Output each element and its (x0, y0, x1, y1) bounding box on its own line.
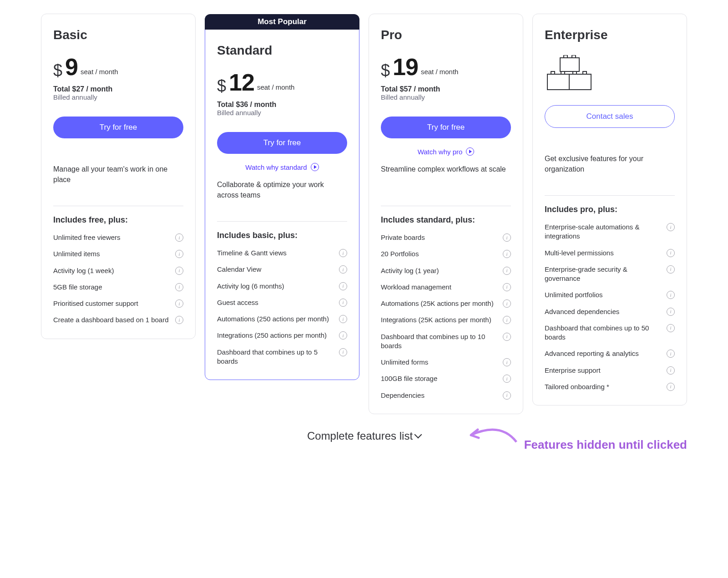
feature-label: Integrations (25K actions per month) (381, 315, 491, 324)
feature-item: Activity log (1 year)i (381, 266, 511, 275)
info-icon[interactable]: i (503, 283, 511, 291)
info-icon[interactable]: i (667, 383, 675, 391)
info-icon[interactable]: i (503, 391, 511, 400)
feature-label: Enterprise-grade security & governance (545, 265, 662, 284)
info-icon[interactable]: i (667, 308, 675, 316)
complete-features-link[interactable]: Complete features list (307, 430, 421, 442)
info-icon[interactable]: i (175, 283, 183, 291)
info-icon[interactable]: i (667, 350, 675, 358)
watch-why-standard-link[interactable]: Watch why standard (217, 162, 347, 172)
info-icon[interactable]: i (667, 366, 675, 375)
info-icon[interactable]: i (667, 291, 675, 299)
feature-item: Activity log (6 months)i (217, 282, 347, 291)
divider (381, 206, 511, 206)
watch-link-label: Watch why standard (245, 163, 307, 171)
price-unit: seat / month (257, 83, 295, 91)
feature-item: Enterprise supporti (545, 366, 675, 375)
info-icon[interactable]: i (339, 331, 347, 340)
feature-item: Guest accessi (217, 298, 347, 307)
svg-rect-8 (583, 71, 586, 74)
feature-list: Private boardsi20 PortfoliosiActivity lo… (381, 233, 511, 400)
play-icon (311, 163, 319, 171)
info-icon[interactable]: i (175, 299, 183, 308)
feature-item: Advanced dependenciesi (545, 307, 675, 316)
feature-item: Enterprise-scale automations & integrati… (545, 223, 675, 241)
info-icon[interactable]: i (175, 316, 183, 324)
includes-heading: Includes standard, plus: (381, 215, 511, 225)
billed-annually: Billed annually (381, 93, 511, 101)
currency-symbol: $ (53, 62, 62, 79)
info-icon[interactable]: i (503, 333, 511, 341)
info-icon[interactable]: i (503, 358, 511, 366)
info-icon[interactable]: i (339, 315, 347, 323)
feature-list: Enterprise-scale automations & integrati… (545, 223, 675, 391)
annotation-arrow-icon (464, 421, 519, 449)
price-total: Total $27 / month (53, 85, 183, 93)
feature-label: Create a dashboard based on 1 board (53, 315, 169, 324)
info-icon[interactable]: i (503, 267, 511, 275)
pricing-grid: Basic $ 9 seat / month Total $27 / month… (41, 14, 687, 414)
price-total: Total $36 / month (217, 101, 347, 109)
info-icon[interactable]: i (503, 233, 511, 242)
feature-label: Unlimited items (53, 249, 100, 259)
feature-item: Integrations (250 actions per month)i (217, 331, 347, 340)
feature-item: Create a dashboard based on 1 boardi (53, 315, 183, 324)
info-icon[interactable]: i (339, 265, 347, 274)
feature-label: Multi-level permissions (545, 248, 614, 258)
play-icon (466, 147, 474, 156)
watch-link-label: Watch why pro (418, 148, 463, 156)
info-icon[interactable]: i (339, 249, 347, 257)
plan-title: Pro (381, 28, 511, 42)
feature-item: Multi-level permissionsi (545, 248, 675, 258)
feature-item: Tailored onboarding *i (545, 382, 675, 391)
feature-item: Advanced reporting & analyticsi (545, 349, 675, 358)
feature-item: 5GB file storagei (53, 283, 183, 292)
info-icon[interactable]: i (175, 267, 183, 275)
feature-label: Timeline & Gantt views (217, 248, 287, 258)
info-icon[interactable]: i (503, 250, 511, 258)
info-icon[interactable]: i (503, 375, 511, 383)
price-unit: seat / month (421, 68, 459, 76)
feature-item: Workload managementi (381, 283, 511, 292)
try-for-free-button[interactable]: Try for free (217, 132, 347, 154)
feature-label: Automations (250 actions per month) (217, 314, 329, 324)
feature-label: Prioritised customer support (53, 299, 138, 308)
info-icon[interactable]: i (175, 250, 183, 258)
price-row: $ 12 seat / month (217, 71, 347, 94)
feature-item: Enterprise-grade security & governancei (545, 265, 675, 284)
contact-sales-button[interactable]: Contact sales (545, 105, 675, 128)
info-icon[interactable]: i (339, 282, 347, 290)
info-icon[interactable]: i (503, 299, 511, 308)
includes-heading: Includes free, plus: (53, 215, 183, 225)
svg-rect-1 (564, 55, 567, 58)
feature-label: Unlimited free viewers (53, 233, 121, 242)
feature-label: 100GB file storage (381, 374, 437, 383)
feature-item: Unlimited portfoliosi (545, 290, 675, 299)
info-icon[interactable]: i (667, 265, 675, 274)
plan-description: Streamline complex workflows at scale (381, 164, 511, 194)
info-icon[interactable]: i (339, 299, 347, 307)
feature-label: Activity log (1 year) (381, 266, 439, 275)
plan-description: Collaborate & optimize your work across … (217, 179, 347, 209)
info-icon[interactable]: i (667, 324, 675, 332)
feature-label: Unlimited forms (381, 358, 428, 367)
try-for-free-button[interactable]: Try for free (53, 117, 183, 138)
feature-item: Unlimited formsi (381, 358, 511, 367)
feature-item: Activity log (1 week)i (53, 266, 183, 275)
watch-why-pro-link[interactable]: Watch why pro (381, 147, 511, 157)
feature-label: 20 Portfolios (381, 249, 419, 259)
info-icon[interactable]: i (175, 233, 183, 242)
info-icon[interactable]: i (503, 316, 511, 324)
feature-label: Enterprise-scale automations & integrati… (545, 223, 662, 241)
svg-rect-3 (547, 74, 569, 90)
info-icon[interactable]: i (667, 249, 675, 257)
footer-row: Complete features list Features hidden u… (41, 430, 687, 461)
feature-label: Dashboard that combines up to 5 boards (217, 348, 334, 366)
svg-rect-6 (569, 74, 591, 90)
price-row: $ 19 seat / month (381, 55, 511, 79)
info-icon[interactable]: i (667, 223, 675, 231)
svg-rect-4 (551, 71, 555, 74)
info-icon[interactable]: i (339, 348, 347, 356)
try-for-free-button[interactable]: Try for free (381, 117, 511, 138)
feature-item: 20 Portfoliosi (381, 249, 511, 259)
